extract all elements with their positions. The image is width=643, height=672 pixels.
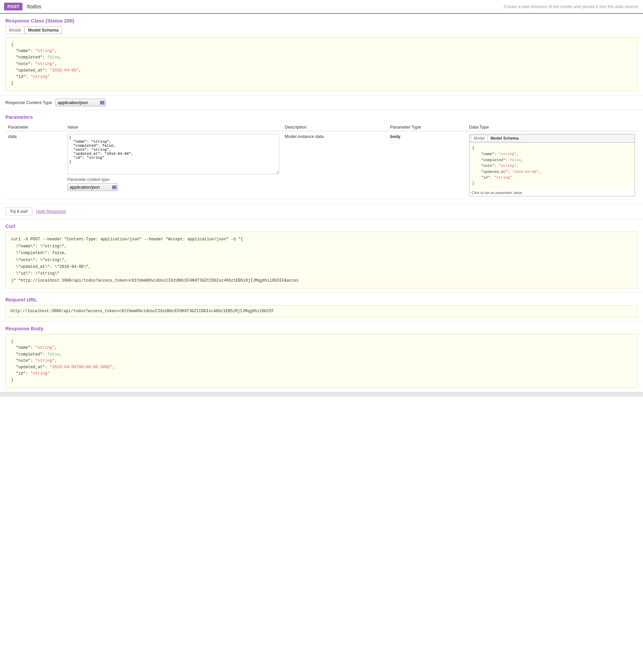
response-body-title: Response Body — [5, 326, 638, 331]
request-url-block: http://localhost:3000/api/todos?access_t… — [5, 305, 638, 317]
curl-section: Curl curl -X POST --header "Content-Type… — [0, 219, 643, 292]
api-header: POST /todos Create a new instance of the… — [0, 0, 643, 14]
response-content-type-row: Response Content Type application/json a… — [0, 95, 643, 110]
method-badge: POST — [4, 3, 23, 10]
data-type-block: Model Model Schema { "name": "string", "… — [469, 134, 635, 196]
curl-code-block: curl -X POST --header "Content-Type: app… — [5, 232, 638, 288]
param-name-cell: data — [5, 131, 65, 200]
tab-model[interactable]: Model — [5, 26, 24, 34]
param-description: Model instance data — [284, 134, 324, 139]
response-content-type-label: Response Content Type — [5, 100, 52, 105]
api-description: Create a new instance of the model and p… — [504, 4, 639, 9]
data-type-schema-code: { "name": "string", "completed": false, … — [470, 143, 635, 189]
parameters-table: Parameter Value Description Parameter Ty… — [5, 123, 638, 200]
col-header-parameter: Parameter — [5, 123, 65, 131]
param-content-type-label: Parameter content type: — [68, 177, 280, 182]
parameters-section: Parameters Parameter Value Description P… — [0, 110, 643, 203]
response-class-section: Response Class (Status 200) Model Model … — [0, 14, 643, 95]
endpoint-path: /todos — [26, 4, 504, 10]
response-content-type-select[interactable]: application/json application/xml text/pl… — [56, 99, 106, 106]
table-row: data { "name": "string", "completed": fa… — [5, 131, 638, 200]
param-content-type-wrapper[interactable]: application/json application/xml — [68, 183, 118, 191]
col-header-param-type: Parameter Type — [387, 123, 466, 131]
col-header-description: Description — [282, 123, 387, 131]
param-value-textarea[interactable]: { "name": "string", "completed": false, … — [68, 134, 280, 174]
response-class-schema: { "name": "string", "completed": false, … — [5, 37, 638, 91]
request-url-title: Request URL — [5, 297, 638, 302]
response-class-title: Response Class (Status 200) — [5, 18, 638, 24]
action-buttons: Try it out! Hide Response — [0, 203, 643, 219]
param-data-type-cell: Model Model Schema { "name": "string", "… — [466, 131, 638, 200]
response-body-code: { "name": "string", "completed": false, … — [5, 334, 638, 388]
try-it-out-button[interactable]: Try it out! — [5, 207, 32, 216]
param-content-type-select[interactable]: application/json application/xml — [68, 183, 118, 191]
param-description-cell: Model instance data — [282, 131, 387, 200]
response-body-section: Response Body { "name": "string", "compl… — [0, 321, 643, 392]
param-name: data — [8, 134, 16, 139]
curl-title: Curl — [5, 223, 638, 229]
data-type-tab-schema[interactable]: Model Schema — [487, 135, 522, 142]
bottom-scrollbar[interactable] — [0, 392, 643, 397]
col-header-data-type: Data Type — [466, 123, 638, 131]
parameters-title: Parameters — [5, 114, 638, 120]
param-value-cell: { "name": "string", "completed": false, … — [65, 131, 282, 200]
request-url-section: Request URL http://localhost:3000/api/to… — [0, 292, 643, 321]
hide-response-button[interactable]: Hide Response — [36, 209, 66, 214]
data-type-tab-model[interactable]: Model — [471, 135, 488, 142]
param-type: body — [390, 134, 400, 139]
tab-model-schema[interactable]: Model Schema — [24, 26, 62, 34]
col-header-value: Value — [65, 123, 282, 131]
response-class-tabs: Model Model Schema — [5, 26, 638, 34]
param-type-cell: body — [387, 131, 466, 200]
response-content-type-wrapper[interactable]: application/json application/xml text/pl… — [56, 99, 106, 106]
click-note: Click to set as parameter value — [470, 189, 635, 196]
data-type-tabs: Model Model Schema — [470, 134, 635, 143]
